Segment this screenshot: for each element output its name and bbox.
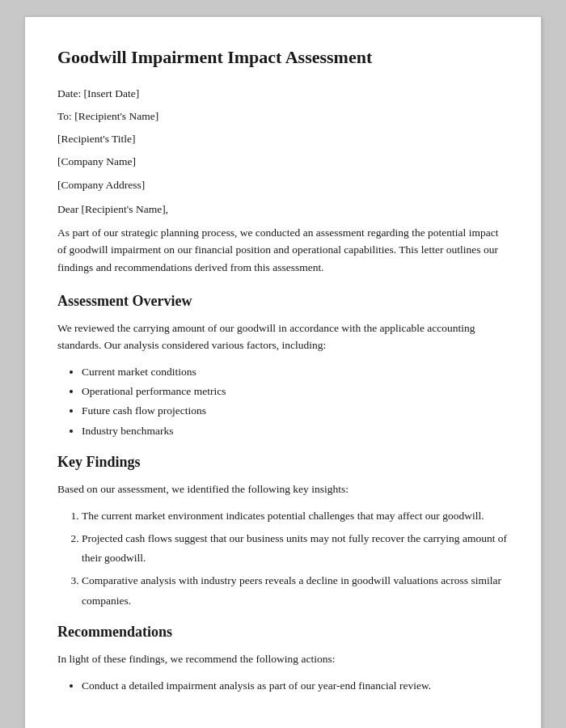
intro-paragraph: As part of our strategic planning proces… bbox=[57, 224, 509, 277]
document-title: Goodwill Impairment Impact Assessment bbox=[57, 46, 509, 70]
section-paragraph-findings: Based on our assessment, we identified t… bbox=[57, 480, 509, 498]
findings-ordered-list: The current market environment indicates… bbox=[82, 506, 509, 611]
list-item: Conduct a detailed impairment analysis a… bbox=[82, 676, 509, 696]
section-assessment-overview: Assessment Overview We reviewed the carr… bbox=[57, 293, 509, 441]
greeting-line: Dear [Recipient's Name], bbox=[57, 203, 509, 216]
list-item: Comparative analysis with industry peers… bbox=[82, 571, 509, 611]
list-item: Future cash flow projections bbox=[82, 401, 509, 421]
list-item: Current market conditions bbox=[82, 362, 509, 382]
list-item: The current market environment indicates… bbox=[82, 506, 509, 526]
company-name-line: [Company Name] bbox=[57, 154, 509, 170]
date-line: Date: [Insert Date] bbox=[57, 86, 509, 102]
section-paragraph-assessment: We reviewed the carrying amount of our g… bbox=[57, 320, 509, 354]
to-line: To: [Recipient's Name] bbox=[57, 108, 509, 125]
list-item: Projected cash flows suggest that our bu… bbox=[82, 529, 509, 569]
section-heading-findings: Key Findings bbox=[57, 454, 509, 471]
recipient-title-line: [Recipient's Title] bbox=[57, 131, 509, 147]
list-item: Operational performance metrics bbox=[82, 382, 509, 401]
company-address-line: [Company Address] bbox=[57, 177, 509, 193]
document-container: Goodwill Impairment Impact Assessment Da… bbox=[24, 16, 542, 728]
section-paragraph-recommendations: In light of these findings, we recommend… bbox=[57, 650, 509, 668]
section-heading-recommendations: Recommendations bbox=[57, 624, 509, 641]
section-recommendations: Recommendations In light of these findin… bbox=[57, 624, 509, 696]
section-heading-assessment: Assessment Overview bbox=[57, 293, 509, 310]
assessment-bullet-list: Current market conditions Operational pe… bbox=[82, 362, 509, 441]
section-key-findings: Key Findings Based on our assessment, we… bbox=[57, 454, 509, 611]
list-item: Industry benchmarks bbox=[82, 421, 509, 441]
recommendations-bullet-list: Conduct a detailed impairment analysis a… bbox=[82, 676, 509, 696]
